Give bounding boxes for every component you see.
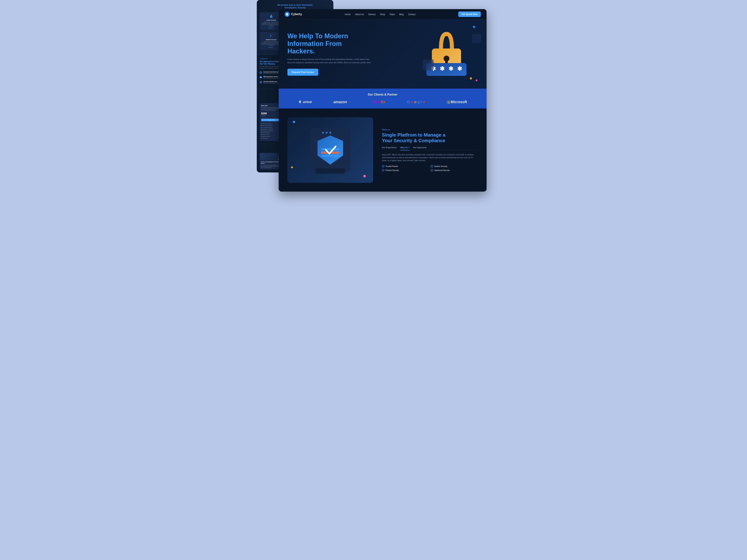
dot-pattern-bottom-right [707,487,743,542]
check-icon-product: ✓ [382,169,384,171]
svg-text:✱: ✱ [457,65,462,72]
plan-basic-name: Basic Plan [261,105,281,106]
about-features: ✓ Trusted Partner ✓ System Security ✓ Pr… [382,165,478,171]
nav-item-contact[interactable]: Contact [408,12,415,16]
logo-text: Cyberty [291,12,302,16]
plan-basic-price: $299 [261,112,281,115]
nav-item-team[interactable]: Team [390,12,395,16]
network-icon [269,33,274,38]
svg-rect-16 [316,168,345,174]
front-card: Cyberty Home About Us Service Shop Team … [279,9,487,192]
service-card-locker-title: Locker Security [261,20,281,21]
feature-item: Networking and Security [261,123,281,125]
shadow-card-left [423,59,434,70]
cross-decoration: ✚ [472,25,475,29]
feature-product-security: ✓ Product Security [382,169,429,171]
feature-dot-red [261,136,262,137]
microsoft-logo: Microsoft [447,100,467,104]
svg-text:✱: ✱ [448,65,454,72]
check-icon-operational: ✓ [431,169,433,171]
svg-point-11 [326,132,328,134]
nav-link-team[interactable]: Team [390,13,395,16]
tab-our-experience[interactable]: Our Experience [382,146,397,151]
plan-basic-features: Networking and Security Cyber Security S… [261,123,281,139]
back-card-title: We provide best-in-class Information Inv… [260,4,331,9]
partners-section: Our Clients & Partner airbnb amazon FedE… [279,88,487,108]
nav-item-about[interactable]: About Us [355,12,364,16]
nav-link-home[interactable]: Home [345,13,351,16]
approach-dot-3 [260,81,262,83]
feature-dot [261,127,262,128]
orange-circle [470,77,472,79]
nav-link-about[interactable]: About Us [355,13,364,16]
svg-rect-15 [321,155,339,157]
feature-item: Cyber Security Solutions [261,125,281,126]
service-card-locker-link[interactable]: Read More → [261,27,281,28]
svg-rect-3 [445,59,448,63]
nav-link-shop[interactable]: Shop [380,13,385,16]
nav-item-shop[interactable]: Shop [380,12,385,16]
about-image [287,117,373,183]
service-card-network-title: Network Security [261,39,281,40]
feature-product-label: Product Security [386,169,399,171]
feature-item: Deployment and Migration [261,128,281,130]
feature-system-label: System Security [434,165,447,167]
tab-why-us[interactable]: Why Us ? [400,146,409,151]
hero-title: We Help To Modern Information From Hacke… [287,32,373,55]
nav-item-service[interactable]: Service [368,12,376,16]
nav-item-blog[interactable]: Blog [399,12,404,16]
about-title: Single Platfrom to Manage a Your Securit… [382,132,478,143]
get-quote-button[interactable]: Get Quote Now [458,11,481,17]
tab-our-approach[interactable]: Our Approach [413,146,427,151]
feature-dot [261,125,262,126]
service-card-network-text: We provide best-in-class information, in… [261,41,281,46]
svg-rect-13 [321,148,339,151]
nav-link-service[interactable]: Service [368,13,376,16]
back-card-title-end: Investigative, Security [284,6,306,9]
logo-icon [284,12,290,17]
plan-basic-period: / Per Month [261,115,281,116]
blog-card-1-text: Mynex has been providing managed web, em… [261,165,281,168]
about-tabs: Our Experience Why Us ? Our Approach [382,146,478,151]
deco-dot-pink [363,175,366,177]
feature-trusted-label: Trusted Partner [386,165,398,167]
feature-item: Managed Web Application [261,130,281,132]
feature-dot-red [261,138,262,138]
nav-link-blog[interactable]: Blog [399,13,404,16]
svg-point-12 [329,132,331,134]
approach-dot-1 [260,72,262,74]
plan-basic-btn[interactable]: Choose A Plan [261,119,281,121]
approach-dot-2 [260,76,262,78]
fedex-logo: FedEx [373,100,385,104]
pink-circle [475,79,478,81]
feature-dot [261,132,262,133]
feature-operational-label: Opertional Security [434,169,450,171]
lock-3d-illustration: ✱ ✱ ✱ ✱ ✚ [421,23,479,85]
about-content: About Us Single Platfrom to Manage a You… [382,129,478,171]
page-wrapper: We provide best-in-class Information Inv… [257,0,490,195]
nav-item-home[interactable]: Home [345,12,351,16]
svg-text:✱: ✱ [440,65,445,72]
about-section: About Us Single Platfrom to Manage a You… [279,108,487,192]
service-card-network-link[interactable]: Read More → [261,47,281,48]
shield-illustration [307,123,354,177]
about-label: About Us [382,129,478,131]
hero-section: We Help To Modern Information From Hacke… [279,19,487,88]
feature-item: Disaster Planning [261,132,281,134]
feature-item: IT & Cloud Management [261,126,281,128]
hero-content: We Help To Modern Information From Hacke… [287,32,373,76]
request-access-button[interactable]: Request Free Access [287,69,318,76]
partners-logos: airbnb amazon FedEx Google [287,100,478,104]
google-logo: Google [407,100,425,104]
ms-sq-blue [447,102,448,104]
hero-desc: Lorem Ipsum is simply dummy text of the … [287,58,373,64]
partners-title: Our Clients & Partner [287,93,478,96]
nav-link-contact[interactable]: Contact [408,13,415,16]
navbar: Cyberty Home About Us Service Shop Team … [279,9,487,19]
shadow-card-right [472,34,481,43]
svg-point-10 [322,132,324,134]
check-icon-system: ✓ [431,165,433,167]
feature-dot [261,129,262,129]
feature-item: Web Security [261,137,281,139]
lock-svg: ✱ ✱ ✱ ✱ [421,23,472,81]
